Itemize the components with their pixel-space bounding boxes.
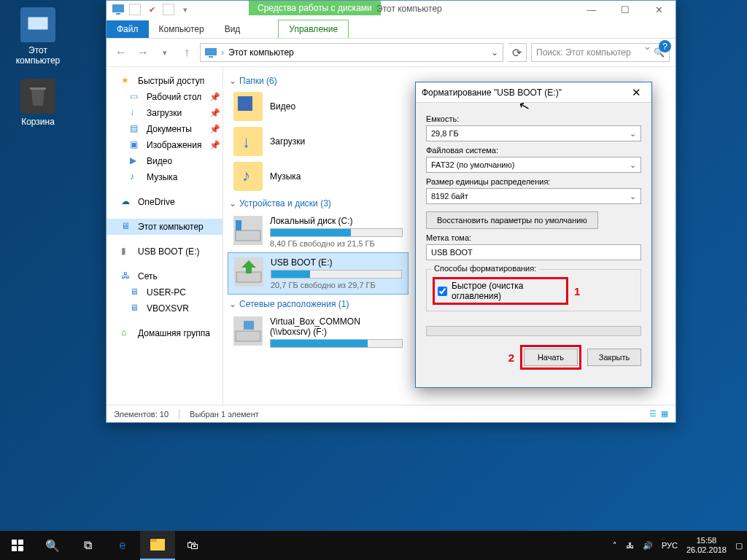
desktop-icon-this-pc[interactable]: Этот компьютер xyxy=(10,7,66,66)
network-drive-icon xyxy=(233,316,263,346)
nav-homegroup[interactable]: ⌂Домашняя группа xyxy=(107,325,222,341)
drive-c[interactable]: Локальный диск (C:) 8,40 ГБ свободно из … xyxy=(228,211,409,252)
view-tiles-icon[interactable]: ▦ xyxy=(661,409,668,419)
qat-dropdown-icon[interactable]: ▾ xyxy=(179,4,191,15)
chevron-down-icon: ⌄ xyxy=(229,299,236,309)
window-title: Этот компьютер xyxy=(376,4,442,14)
tray-network-icon[interactable]: 🖧 xyxy=(626,541,634,550)
drive-stat: 20,7 ГБ свободно из 29,7 ГБ xyxy=(271,281,402,289)
close-format-button[interactable]: Закрыть xyxy=(587,349,641,366)
dialog-titlebar[interactable]: Форматирование "USB BOOT (E:)" ✕ xyxy=(416,82,651,103)
nav-onedrive[interactable]: ☁OneDrive xyxy=(107,194,222,210)
capacity-bar xyxy=(271,270,402,279)
folder-icon xyxy=(233,92,263,121)
taskbar-explorer[interactable] xyxy=(140,531,175,560)
format-dialog: Форматирование "USB BOOT (E:)" ✕ Емкость… xyxy=(415,82,652,388)
tray-clock[interactable]: 15:58 26.02.2018 xyxy=(686,536,727,554)
nav-vbox[interactable]: 🖥VBOXSVR xyxy=(107,300,222,316)
picture-icon: ▣ xyxy=(130,139,142,151)
view-details-icon[interactable]: ☰ xyxy=(649,409,657,419)
start-button[interactable]: Начать xyxy=(524,349,578,366)
tab-computer[interactable]: Компьютер xyxy=(149,20,214,38)
nav-music[interactable]: ♪Музыка xyxy=(107,169,222,185)
folder-downloads[interactable]: Загрузки xyxy=(228,124,395,159)
svg-rect-1 xyxy=(34,31,42,33)
minimize-button[interactable]: — xyxy=(575,1,608,18)
chevron-down-icon: ⌄ xyxy=(630,129,636,139)
drive-usb[interactable]: USB BOOT (E:) 20,7 ГБ свободно из 29,7 Г… xyxy=(228,252,409,295)
tray-language[interactable]: РУС xyxy=(662,541,678,550)
folder-video[interactable]: Видео xyxy=(228,89,395,124)
nav-quick-access[interactable]: ★Быстрый доступ xyxy=(107,73,222,89)
network-share[interactable]: Virtual_Box_COMMON (\\vboxsrv) (F:) xyxy=(228,312,409,354)
start-button[interactable] xyxy=(0,531,35,560)
breadcrumb-item[interactable]: Этот компьютер xyxy=(228,47,294,58)
nav-userpc[interactable]: 🖥USER-PC xyxy=(107,284,222,300)
quick-format-checkbox-row[interactable]: Быстрое (очистка оглавления) xyxy=(433,277,568,305)
folder-music[interactable]: Музыка xyxy=(228,159,395,194)
checkmark-icon[interactable]: ✔ xyxy=(146,4,158,15)
maximize-button[interactable]: ☐ xyxy=(608,1,642,18)
back-button[interactable]: ← xyxy=(112,44,130,61)
contextual-tab-group: Средства работы с дисками xyxy=(249,1,381,15)
tab-view[interactable]: Вид xyxy=(214,20,251,38)
breadcrumb-sep[interactable]: › xyxy=(221,47,224,58)
download-icon: ↓ xyxy=(130,107,142,119)
nav-network[interactable]: 🖧Сеть xyxy=(107,268,222,284)
tray-volume-icon[interactable]: 🔊 xyxy=(643,541,653,551)
ribbon-collapse-icon[interactable]: ⌄ xyxy=(643,41,651,52)
volume-label-input[interactable] xyxy=(426,244,641,260)
nav-desktop[interactable]: ▭Рабочий стол📌 xyxy=(107,89,222,105)
label-methods: Способы форматирования: xyxy=(431,264,539,273)
restore-defaults-button[interactable]: Восстановить параметры по умолчанию xyxy=(426,211,598,229)
qat-button[interactable] xyxy=(163,4,174,15)
nav-pictures[interactable]: ▣Изображения📌 xyxy=(107,137,222,153)
filesystem-select[interactable]: FAT32 (по умолчанию)⌄ xyxy=(426,157,641,173)
drive-icon xyxy=(233,216,263,245)
help-icon[interactable]: ? xyxy=(659,40,671,52)
capacity-select[interactable]: 29,8 ГБ⌄ xyxy=(426,125,641,141)
drive-stat: 8,40 ГБ свободно из 21,5 ГБ xyxy=(270,239,403,248)
dialog-title: Форматирование "USB BOOT (E:)" xyxy=(422,88,562,98)
tray-chevron-icon[interactable]: ˄ xyxy=(613,541,617,551)
desktop-icon-recycle[interactable]: Корзина xyxy=(10,79,66,127)
chevron-down-icon: ⌄ xyxy=(229,76,236,86)
pc-icon xyxy=(205,48,217,58)
taskbar-store[interactable]: 🛍 xyxy=(175,531,210,560)
pc-icon[interactable] xyxy=(112,4,124,15)
action-center-icon[interactable]: ▢ xyxy=(735,541,743,551)
svg-rect-2 xyxy=(30,88,46,90)
up-button[interactable]: ↑ xyxy=(178,44,196,61)
chevron-down-icon: ⌄ xyxy=(630,192,636,201)
status-bar: Элементов: 10 Выбран 1 элемент ☰ ▦ xyxy=(107,405,676,422)
close-button[interactable]: ✕ xyxy=(627,85,646,101)
taskbar-edge[interactable]: e xyxy=(105,531,140,560)
svg-rect-10 xyxy=(236,331,260,341)
ribbon-tabs: Средства работы с дисками Этот компьютер… xyxy=(107,18,676,39)
nav-video[interactable]: ▶Видео xyxy=(107,153,222,169)
recent-dropdown[interactable]: ▾ xyxy=(156,44,174,61)
tab-file[interactable]: Файл xyxy=(107,20,149,38)
cluster-select[interactable]: 8192 байт⌄ xyxy=(426,188,641,204)
nav-this-pc[interactable]: 🖥Этот компьютер xyxy=(107,219,222,235)
homegroup-icon: ⌂ xyxy=(121,327,133,339)
tab-manage[interactable]: Управление xyxy=(278,20,349,38)
pin-icon: 📌 xyxy=(209,124,220,134)
folder-icon xyxy=(233,162,263,191)
label-filesystem: Файловая система: xyxy=(426,146,641,155)
drive-icon xyxy=(234,257,263,287)
nav-downloads[interactable]: ↓Загрузки📌 xyxy=(107,105,222,121)
nav-documents[interactable]: ▤Документы📌 xyxy=(107,121,222,137)
close-button[interactable]: ✕ xyxy=(642,1,676,18)
forward-button[interactable]: → xyxy=(134,44,152,61)
nav-usb[interactable]: ▮USB BOOT (E:) xyxy=(107,244,222,260)
pin-icon: 📌 xyxy=(209,108,220,118)
address-bar[interactable]: › Этот компьютер ⌄ xyxy=(200,43,503,62)
search-button[interactable]: 🔍 xyxy=(35,531,70,560)
address-dropdown-icon[interactable]: ⌄ xyxy=(491,47,498,58)
task-view-button[interactable]: ⧉ xyxy=(70,531,105,560)
quick-format-checkbox[interactable] xyxy=(438,287,447,296)
refresh-button[interactable]: ⟳ xyxy=(508,43,527,62)
drive-name: USB BOOT (E:) xyxy=(271,257,402,268)
chevron-down-icon: ⌄ xyxy=(229,198,236,209)
